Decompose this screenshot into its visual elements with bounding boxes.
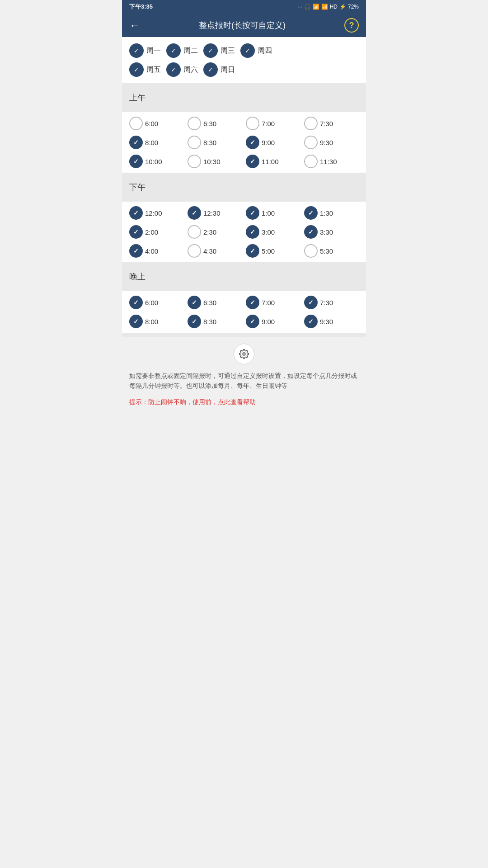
time-730-pm-label: 7:30 [320,299,333,307]
time-300-pm-label: 3:00 [262,228,275,236]
signal-dots: ··· [298,4,302,10]
time-930-pm[interactable]: ✓ 9:30 [304,315,359,328]
day-sunday-circle: ✓ [203,62,218,77]
time-1230-pm-label: 12:30 [203,209,221,217]
time-830-pm-circle: ✓ [188,315,201,328]
time-100-pm-label: 1:00 [262,209,275,217]
day-thursday[interactable]: ✓ 周四 [240,43,272,58]
time-630-am-label: 6:30 [203,120,216,127]
time-230-pm-label: 2:30 [203,228,216,236]
time-830-am-circle [188,136,201,149]
time-800-am-label: 8:00 [145,139,158,146]
time-630-am[interactable]: 6:30 [188,117,242,130]
time-300-pm-circle: ✓ [246,225,259,239]
time-1030-am[interactable]: 10:30 [188,155,242,168]
time-930-am-label: 9:30 [320,139,333,146]
time-830-pm[interactable]: ✓ 8:30 [188,315,242,328]
time-230-pm[interactable]: 2:30 [188,225,242,239]
time-800-pm[interactable]: ✓ 8:00 [129,315,184,328]
settings-button[interactable] [234,344,254,364]
time-700-pm[interactable]: ✓ 7:00 [246,296,300,309]
time-730-am-label: 7:30 [320,120,333,127]
time-530-pm-circle [304,244,318,258]
day-saturday-label: 周六 [183,65,198,75]
day-sunday[interactable]: ✓ 周日 [203,62,235,77]
day-thursday-circle: ✓ [240,43,255,58]
time-200-pm[interactable]: ✓ 2:00 [129,225,184,239]
time-530-pm[interactable]: 5:30 [304,244,359,258]
time-700-am-circle [246,117,259,130]
time-700-pm-label: 7:00 [262,299,275,307]
time-1230-pm[interactable]: ✓ 12:30 [188,206,242,220]
divider-morning [122,83,366,88]
time-1130-am[interactable]: 11:30 [304,155,359,168]
day-saturday[interactable]: ✓ 周六 [166,62,198,77]
time-700-am[interactable]: 7:00 [246,117,300,130]
back-button[interactable]: ← [129,19,140,32]
day-friday[interactable]: ✓ 周五 [129,62,161,77]
time-400-pm[interactable]: ✓ 4:00 [129,244,184,258]
day-selection: ✓ 周一 ✓ 周二 ✓ 周三 ✓ 周四 ✓ 周五 ✓ 周六 ✓ 周日 [122,37,366,83]
time-600-am-circle [129,117,143,130]
day-tuesday[interactable]: ✓ 周二 [166,43,198,58]
time-900-pm[interactable]: ✓ 9:00 [246,315,300,328]
time-930-pm-label: 9:30 [320,318,333,326]
time-1030-am-label: 10:30 [203,158,221,165]
time-1200-pm-label: 12:00 [145,209,162,217]
time-330-pm[interactable]: ✓ 3:30 [304,225,359,239]
help-button[interactable]: ? [344,18,359,33]
time-1100-am-label: 11:00 [262,158,279,165]
day-friday-circle: ✓ [129,62,144,77]
morning-times: 6:00 6:30 7:00 7:30 ✓ 8:00 8:30 ✓ 9:00 9… [122,112,366,173]
time-300-pm[interactable]: ✓ 3:00 [246,225,300,239]
footer-hint[interactable]: 提示：防止闹钟不响，使用前，点此查看帮助 [122,396,366,414]
time-700-am-label: 7:00 [262,120,275,127]
time-1000-am[interactable]: ✓ 10:00 [129,155,184,168]
section-header-morning: 上午 [122,88,366,108]
time-730-pm[interactable]: ✓ 7:30 [304,296,359,309]
time-630-am-circle [188,117,201,130]
time-600-am-label: 6:00 [145,120,158,127]
time-230-pm-circle [188,225,201,239]
time-600-am[interactable]: 6:00 [129,117,184,130]
day-monday[interactable]: ✓ 周一 [129,43,161,58]
charging-icon: ⚡ [339,4,346,10]
time-500-pm[interactable]: ✓ 5:00 [246,244,300,258]
day-row-1: ✓ 周一 ✓ 周二 ✓ 周三 ✓ 周四 [129,43,359,58]
time-130-pm[interactable]: ✓ 1:30 [304,206,359,220]
time-930-am[interactable]: 9:30 [304,136,359,149]
day-saturday-circle: ✓ [166,62,181,77]
divider-evening-bottom [122,287,366,291]
time-830-am[interactable]: 8:30 [188,136,242,149]
time-900-am[interactable]: ✓ 9:00 [246,136,300,149]
time-1200-pm-circle: ✓ [129,206,143,220]
afternoon-grid: ✓ 12:00 ✓ 12:30 ✓ 1:00 ✓ 1:30 ✓ 2:00 2:3… [129,206,359,258]
time-1100-am-circle: ✓ [246,155,259,168]
time-830-pm-label: 8:30 [203,318,216,326]
signal-icon: 📶 [321,4,328,10]
time-730-am[interactable]: 7:30 [304,117,359,130]
status-time: 下午3:35 [129,3,153,11]
time-600-pm-circle: ✓ [129,296,143,309]
time-800-am[interactable]: ✓ 8:00 [129,136,184,149]
time-900-pm-label: 9:00 [262,318,275,326]
time-430-pm[interactable]: 4:30 [188,244,242,258]
day-wednesday[interactable]: ✓ 周三 [203,43,235,58]
time-1200-pm[interactable]: ✓ 12:00 [129,206,184,220]
wifi-icon: 📶 [313,4,319,10]
time-130-pm-label: 1:30 [320,209,333,217]
time-600-pm[interactable]: ✓ 6:00 [129,296,184,309]
svg-point-0 [243,353,245,355]
headphone-icon: 🎧 [304,4,311,10]
time-1100-am[interactable]: ✓ 11:00 [246,155,300,168]
evening-grid: ✓ 6:00 ✓ 6:30 ✓ 7:00 ✓ 7:30 ✓ 8:00 ✓ 8:3… [129,296,359,328]
time-630-pm[interactable]: ✓ 6:30 [188,296,242,309]
day-row-2: ✓ 周五 ✓ 周六 ✓ 周日 [129,62,359,77]
day-friday-label: 周五 [146,65,161,75]
day-wednesday-label: 周三 [221,46,235,56]
status-bar: 下午3:35 ··· 🎧 📶 📶 HD ⚡ 72% [122,0,366,14]
time-900-pm-circle: ✓ [246,315,259,328]
divider-evening [122,262,366,267]
time-100-pm[interactable]: ✓ 1:00 [246,206,300,220]
time-500-pm-label: 5:00 [262,247,275,255]
